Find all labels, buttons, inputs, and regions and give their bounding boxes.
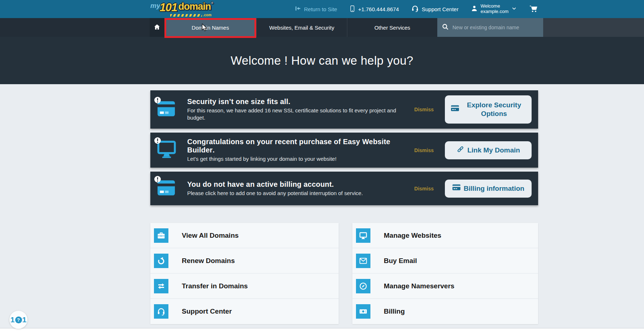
quick-links-right: Manage Websites Buy Email Manage Nameser… [352, 223, 538, 324]
tile-manage-nameservers[interactable]: Manage Nameservers [352, 273, 538, 299]
header-links: Return to Site +1.760.444.8674 Support C… [295, 4, 538, 14]
tile-support-center[interactable]: Support Center [150, 299, 339, 324]
domain-search [437, 18, 543, 37]
hero-banner: Welcome ! How can we help you? [0, 37, 644, 84]
logo-101: 101 [159, 2, 177, 13]
logo-tld: .com [203, 13, 211, 17]
alert-badge-icon [154, 96, 161, 105]
bottom-strip [0, 328, 644, 336]
logo-domain: domain® [178, 2, 213, 12]
headset-icon [154, 304, 168, 319]
dismiss-link[interactable]: Dismiss [414, 186, 434, 191]
banner-body: Let's get things started by linking your… [187, 155, 408, 163]
banner-website-builder: Congratulations on your recent purchase … [150, 133, 538, 168]
banner-title: You do not have an active billing accoun… [187, 180, 363, 189]
quick-links-left: View All Domains Renew Domains Transfer … [150, 223, 339, 324]
return-to-site-link[interactable]: Return to Site [295, 5, 337, 13]
tile-billing[interactable]: Billing [352, 299, 538, 324]
headset-icon [411, 5, 419, 13]
logo-my: my [150, 2, 160, 9]
compass-icon [356, 279, 370, 293]
renew-arrow-icon [154, 254, 168, 268]
return-arrow-icon [295, 5, 301, 13]
transfer-arrows-icon [154, 279, 168, 293]
banner-body: For this reason, we have added 16 new SS… [187, 107, 408, 122]
phone-icon [349, 5, 355, 13]
billing-information-button[interactable]: Billing information [445, 180, 532, 198]
user-icon [471, 5, 478, 13]
logo-stripes [170, 14, 202, 17]
credit-card-icon [452, 184, 461, 193]
credit-card-icon [451, 105, 459, 114]
banner-security: Security isn’t one size fits all. For th… [150, 90, 538, 129]
top-header: my 101 domain® .com Return to Site +1.76… [0, 0, 644, 18]
link-my-domain-button[interactable]: Link My Domain [445, 141, 532, 159]
nav-filler-right [543, 18, 644, 37]
banner-billing: You do not have an active billing accoun… [150, 172, 538, 205]
envelope-icon [356, 254, 370, 268]
registered-mark: ® [211, 1, 213, 5]
help-badge[interactable]: 1?1 [9, 311, 27, 329]
search-icon [442, 23, 449, 32]
support-center-link[interactable]: Support Center [411, 5, 459, 13]
cart-icon [529, 5, 538, 14]
phone-link[interactable]: +1.760.444.8674 [349, 5, 399, 13]
page-title: Welcome ! How can we help you? [231, 54, 413, 68]
quick-links: View All Domains Renew Domains Transfer … [150, 223, 538, 324]
credit-card-icon [157, 179, 178, 198]
account-name: example.com [481, 9, 508, 14]
home-icon [154, 23, 160, 32]
tab-domain-names[interactable]: Domain Names [164, 18, 256, 37]
cart-button[interactable] [529, 5, 538, 14]
alert-badge-icon [154, 137, 161, 146]
explore-security-options-button[interactable]: Explore Security Options [445, 95, 532, 124]
main-content: Security isn’t one size fits all. For th… [150, 84, 538, 324]
tile-renew-domains[interactable]: Renew Domains [150, 248, 339, 273]
tile-manage-websites[interactable]: Manage Websites [352, 223, 538, 248]
account-menu[interactable]: Welcome example.com [471, 4, 517, 14]
home-tab[interactable] [150, 18, 164, 37]
tile-view-all-domains[interactable]: View All Domains [150, 223, 339, 248]
link-icon [456, 145, 464, 155]
domain-search-input[interactable] [452, 25, 532, 30]
question-icon: ? [15, 316, 22, 323]
alert-badge-icon [154, 176, 161, 184]
nav-filler-left [0, 18, 150, 37]
welcome-label: Welcome [481, 4, 508, 9]
monitor-icon [356, 228, 370, 243]
dismiss-link[interactable]: Dismiss [414, 107, 434, 112]
credit-card-icon [157, 100, 178, 119]
dismiss-link[interactable]: Dismiss [414, 147, 434, 153]
monitor-icon [157, 141, 178, 160]
banner-title: Congratulations on your recent purchase … [187, 138, 414, 154]
main-nav: Domain Names Websites, Email & Security … [0, 18, 644, 37]
briefcase-icon [154, 228, 168, 243]
site-logo[interactable]: my 101 domain® .com [150, 2, 213, 17]
chevron-down-icon [511, 6, 517, 12]
tab-other-services[interactable]: Other Services [347, 18, 437, 37]
tile-transfer-in-domains[interactable]: Transfer in Domains [150, 273, 339, 299]
banknote-icon [356, 304, 370, 319]
banner-body: Please click here to add one to avoid an… [187, 190, 363, 197]
tab-websites-email-security[interactable]: Websites, Email & Security [256, 18, 347, 37]
tile-buy-email[interactable]: Buy Email [352, 248, 538, 273]
banner-title: Security isn’t one size fits all. [187, 98, 408, 106]
